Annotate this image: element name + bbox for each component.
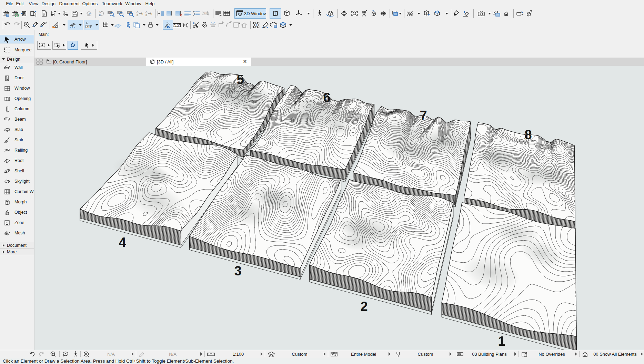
svg-text:A: A: [137, 10, 139, 13]
svg-text:7: 7: [420, 108, 427, 123]
svg-text:B: B: [99, 14, 101, 17]
svg-text:!: !: [151, 12, 152, 16]
svg-text:GUID: GUID: [203, 12, 209, 14]
svg-text:A: A: [109, 11, 111, 14]
svg-text:8: 8: [524, 128, 532, 142]
svg-text:A: A: [145, 10, 148, 13]
svg-text:5: 5: [237, 72, 244, 87]
svg-text:XY: XY: [87, 26, 90, 28]
svg-text:!: !: [142, 12, 143, 16]
svg-text:1 2: 1 2: [175, 24, 179, 27]
svg-text:B: B: [145, 14, 147, 17]
svg-text:6: 6: [323, 90, 330, 105]
svg-text:A: A: [99, 10, 101, 13]
svg-text:1: 1: [498, 334, 505, 348]
svg-text:4: 4: [119, 235, 126, 250]
svg-text:A: A: [128, 11, 130, 14]
svg-text:3: 3: [234, 264, 241, 278]
svg-text:2: 2: [360, 299, 368, 314]
svg-text:B: B: [137, 14, 138, 17]
svg-text:A: A: [118, 11, 120, 14]
